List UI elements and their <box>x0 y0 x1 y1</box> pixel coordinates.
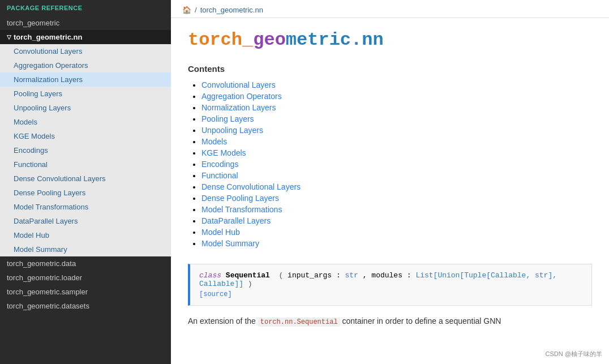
sidebar-item-label: Dense Pooling Layers <box>14 189 85 197</box>
list-item: Model Hub <box>201 228 592 237</box>
main-body: torch_geometric.nn Contents Convolutiona… <box>171 18 609 344</box>
sidebar-item-unpooling-layers[interactable]: Unpooling Layers <box>0 101 171 115</box>
breadcrumb-path[interactable]: torch_geometric.nn <box>200 6 263 14</box>
list-item: DataParallel Layers <box>201 216 592 225</box>
sidebar-item-models[interactable]: Models <box>0 115 171 129</box>
sidebar-item-encodings[interactable]: Encodings <box>0 143 171 157</box>
home-icon[interactable]: 🏠 <box>182 6 191 14</box>
sidebar-item-label: Models <box>14 118 37 126</box>
close-paren: ) <box>248 280 252 288</box>
sidebar-item-label: torch_geometric.nn <box>14 33 82 41</box>
param1-type: str <box>345 271 358 280</box>
list-item: Normalization Layers <box>201 103 592 112</box>
keyword-class: class <box>199 271 221 280</box>
list-item: Unpooling Layers <box>201 126 592 135</box>
title-part-orange: torch_ <box>188 29 253 50</box>
sidebar-item-model-transformations[interactable]: Model Transformations <box>0 200 171 214</box>
page-title: torch_geometric.nn <box>188 29 592 50</box>
sidebar-item-dense-convolutional-layers[interactable]: Dense Convolutional Layers <box>0 172 171 186</box>
description-text-before: An extension of the <box>188 316 256 326</box>
list-item: Encodings <box>201 160 592 169</box>
contents-link-kge-models[interactable]: KGE Models <box>201 148 246 157</box>
list-item: Aggregation Operators <box>201 92 592 101</box>
contents-link-models[interactable]: Models <box>201 137 227 146</box>
sidebar-item-model-summary[interactable]: Model Summary <box>0 242 171 256</box>
sidebar-item-aggregation-operators[interactable]: Aggregation Operators <box>0 58 171 72</box>
sidebar-item-normalization-layers[interactable]: Normalization Layers <box>0 72 171 87</box>
sidebar-item-torch-geometric[interactable]: torch_geometric <box>0 16 171 30</box>
sidebar-item-label: torch_geometric.datasets <box>7 302 89 310</box>
sidebar-item-model-hub[interactable]: Model Hub <box>0 228 171 242</box>
contents-link-pooling-layers[interactable]: Pooling Layers <box>201 114 254 123</box>
package-reference-label: PACKAGE REFERENCE <box>0 0 171 16</box>
sidebar-item-label: torch_geometric.sampler <box>7 288 88 296</box>
sidebar-item-pooling-layers[interactable]: Pooling Layers <box>0 87 171 101</box>
sidebar-item-label: Aggregation Operators <box>14 61 88 70</box>
description-text-after: container in order to define a sequentia… <box>342 316 501 326</box>
title-part-blue: metric.nn <box>286 29 384 50</box>
list-item: Functional <box>201 171 592 180</box>
expand-icon: ▽ <box>7 34 11 40</box>
sidebar-item-label: Normalization Layers <box>14 75 83 84</box>
sidebar: PACKAGE REFERENCE torch_geometric ▽ torc… <box>0 0 171 364</box>
sidebar-item-functional[interactable]: Functional <box>0 157 171 172</box>
sidebar-item-label: torch_geometric <box>7 19 59 27</box>
sidebar-item-torch-geometric-data[interactable]: torch_geometric.data <box>0 256 171 271</box>
sidebar-item-label: Functional <box>14 160 48 169</box>
contents-link-model-summary[interactable]: Model Summary <box>201 239 259 248</box>
main-content-area: 🏠 / torch_geometric.nn torch_geometric.n… <box>171 0 609 364</box>
contents-link-convolutional-layers[interactable]: Convolutional Layers <box>201 80 276 89</box>
list-item: Model Transformations <box>201 205 592 214</box>
contents-link-dense-convolutional-layers[interactable]: Dense Convolutional Layers <box>201 182 301 191</box>
list-item: Dense Pooling Layers <box>201 194 592 203</box>
contents-link-normalization-layers[interactable]: Normalization Layers <box>201 103 276 112</box>
contents-list: Convolutional Layers Aggregation Operato… <box>188 80 592 248</box>
sidebar-item-convolutional-layers[interactable]: Convolutional Layers <box>0 44 171 58</box>
contents-link-dense-pooling-layers[interactable]: Dense Pooling Layers <box>201 194 279 203</box>
sidebar-item-torch-geometric-datasets[interactable]: torch_geometric.datasets <box>0 299 171 313</box>
sidebar-item-dense-pooling-layers[interactable]: Dense Pooling Layers <box>0 186 171 200</box>
sidebar-item-label: DataParallel Layers <box>14 217 78 225</box>
list-item: Models <box>201 137 592 146</box>
list-item: KGE Models <box>201 148 592 157</box>
sidebar-item-label: Pooling Layers <box>14 89 62 98</box>
list-item: Dense Convolutional Layers <box>201 182 592 191</box>
sidebar-item-kge-models[interactable]: KGE Models <box>0 129 171 143</box>
contents-link-unpooling-layers[interactable]: Unpooling Layers <box>201 126 263 135</box>
source-link[interactable]: [source] <box>199 290 232 298</box>
sidebar-item-label: Encodings <box>14 146 48 155</box>
list-item: Convolutional Layers <box>201 80 592 89</box>
contents-link-aggregation-operators[interactable]: Aggregation Operators <box>201 92 282 101</box>
open-paren: ( <box>275 271 284 280</box>
list-item: Model Summary <box>201 239 592 248</box>
contents-link-model-hub[interactable]: Model Hub <box>201 228 240 237</box>
code-content: class Sequential ( input_args : str , mo… <box>199 271 582 288</box>
sidebar-item-label: Model Hub <box>14 231 49 239</box>
sidebar-item-dataparallel-layers[interactable]: DataParallel Layers <box>0 214 171 228</box>
param2-name: modules <box>371 271 402 280</box>
sidebar-item-label: torch_geometric.loader <box>7 273 82 282</box>
title-part-purple: geo <box>253 29 286 50</box>
param1-name: input_args <box>288 271 332 280</box>
class-definition-block: class Sequential ( input_args : str , mo… <box>188 264 592 306</box>
sidebar-item-label: Convolutional Layers <box>14 47 82 55</box>
list-item: Pooling Layers <box>201 114 592 123</box>
breadcrumb: 🏠 / torch_geometric.nn <box>171 0 609 18</box>
contents-link-model-transformations[interactable]: Model Transformations <box>201 205 282 214</box>
sidebar-item-label: Unpooling Layers <box>14 104 71 112</box>
class-name: Sequential <box>226 271 270 280</box>
sidebar-item-torch-geometric-sampler[interactable]: torch_geometric.sampler <box>0 285 171 299</box>
breadcrumb-separator: / <box>195 6 197 14</box>
contents-link-encodings[interactable]: Encodings <box>201 160 238 169</box>
class-description: An extension of the torch.nn.Sequential … <box>188 315 592 332</box>
sidebar-item-torch-geometric-nn[interactable]: ▽ torch_geometric.nn <box>0 30 171 44</box>
inline-code: torch.nn.Sequential <box>258 318 340 327</box>
sidebar-item-torch-geometric-loader[interactable]: torch_geometric.loader <box>0 271 171 285</box>
contents-link-dataparallel-layers[interactable]: DataParallel Layers <box>201 216 271 225</box>
watermark: CSDN @柚子味的羊 <box>543 349 604 359</box>
sidebar-item-label: torch_geometric.data <box>7 259 76 268</box>
contents-link-functional[interactable]: Functional <box>201 171 238 180</box>
sidebar-item-label: KGE Models <box>14 132 55 140</box>
sidebar-item-label: Dense Convolutional Layers <box>14 174 106 183</box>
contents-heading: Contents <box>188 64 592 74</box>
